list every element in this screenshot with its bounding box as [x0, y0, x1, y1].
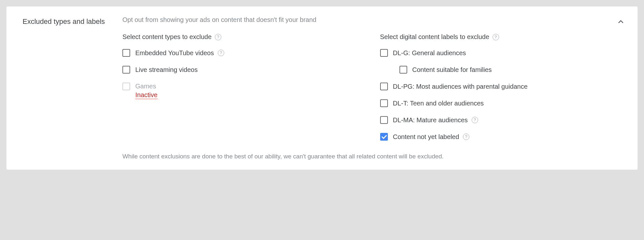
label-row-families: Content suitable for families [399, 66, 625, 74]
label-text: Games [135, 83, 158, 90]
checkbox-live-streaming[interactable] [122, 66, 130, 74]
help-icon[interactable]: ? [218, 50, 224, 56]
help-icon[interactable]: ? [215, 34, 221, 40]
label-text: DL-G: General audiences [393, 49, 466, 57]
label-row-dl-ma: DL-MA: Mature audiences ? [380, 116, 625, 124]
content-type-row-games: Games Inactive [122, 83, 367, 99]
columns: Select content types to exclude ? Embedd… [122, 33, 625, 150]
checkbox-not-labeled[interactable] [380, 133, 388, 141]
label-text: DL-MA: Mature audiences [393, 116, 468, 124]
label-games: Games Inactive [135, 83, 158, 99]
label-dl-pg: DL-PG: Most audiences with parental guid… [393, 83, 528, 90]
label-row-dl-g: DL-G: General audiences [380, 49, 625, 57]
label-families: Content suitable for families [412, 66, 492, 74]
chevron-up-icon[interactable] [617, 18, 625, 26]
digital-labels-title-text: Select digital content labels to exclude [380, 33, 489, 41]
checkbox-dl-g[interactable] [380, 49, 388, 57]
label-row-dl-t: DL-T: Teen and older audiences [380, 99, 625, 107]
checkbox-dl-ma[interactable] [380, 116, 388, 124]
help-icon[interactable]: ? [463, 134, 469, 140]
label-dl-g: DL-G: General audiences [393, 49, 466, 57]
panel-description: Opt out from showing your ads on content… [122, 16, 625, 24]
excluded-types-panel: Excluded types and labels Opt out from s… [6, 6, 638, 170]
content-type-row-live: Live streaming videos [122, 66, 367, 74]
label-text: Content suitable for families [412, 66, 492, 74]
label-dl-t: DL-T: Teen and older audiences [393, 99, 484, 107]
content-types-title: Select content types to exclude ? [122, 33, 367, 41]
label-text: Live streaming videos [135, 66, 197, 74]
label-dl-ma: DL-MA: Mature audiences ? [393, 116, 478, 124]
footnote: While content exclusions are done to the… [122, 153, 625, 160]
help-icon[interactable]: ? [472, 117, 478, 123]
label-text: DL-PG: Most audiences with parental guid… [393, 83, 528, 90]
label-not-labeled: Content not yet labeled ? [393, 133, 470, 141]
label-live-streaming: Live streaming videos [135, 66, 197, 74]
label-row-dl-pg: DL-PG: Most audiences with parental guid… [380, 83, 625, 90]
content-type-row-embedded: Embedded YouTube videos ? [122, 49, 367, 57]
checkbox-dl-pg[interactable] [380, 83, 388, 90]
label-text: Content not yet labeled [393, 133, 459, 141]
label-text: DL-T: Teen and older audiences [393, 99, 484, 107]
digital-labels-column: Select digital content labels to exclude… [380, 33, 625, 150]
checkbox-games [122, 83, 130, 90]
checkbox-embedded-youtube[interactable] [122, 49, 130, 57]
content-types-column: Select content types to exclude ? Embedd… [122, 33, 367, 150]
digital-labels-title: Select digital content labels to exclude… [380, 33, 625, 41]
panel-body: Opt out from showing your ads on content… [122, 16, 625, 160]
help-icon[interactable]: ? [493, 34, 499, 40]
status-inactive[interactable]: Inactive [135, 91, 158, 99]
content-types-title-text: Select content types to exclude [122, 33, 212, 41]
panel-title: Excluded types and labels [23, 16, 122, 160]
checkbox-families[interactable] [399, 66, 407, 74]
label-row-not-labeled: Content not yet labeled ? [380, 133, 625, 141]
label-text: Embedded YouTube videos [135, 49, 214, 57]
label-embedded-youtube: Embedded YouTube videos ? [135, 49, 224, 57]
checkbox-dl-t[interactable] [380, 99, 388, 107]
